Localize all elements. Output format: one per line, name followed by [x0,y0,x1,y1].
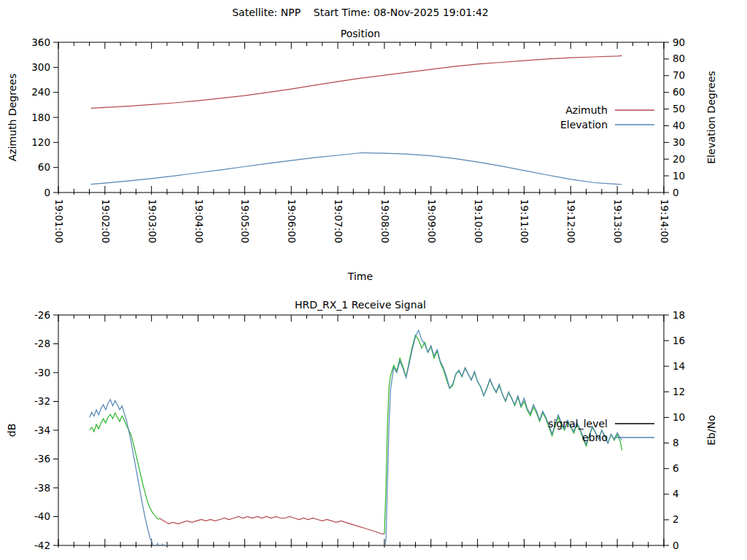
left-tick-label: 180 [31,112,50,123]
right-tick-label: 6 [673,462,679,474]
left-tick-label: 240 [31,86,50,98]
right-tick-label: 18 [673,309,685,321]
left-tick-label: 60 [38,161,50,173]
x-tick-label: 19:01:00 [53,199,65,244]
right-tick-label: 20 [673,153,685,165]
series-signal_level_pre [90,413,160,519]
left-tick-label: -32 [34,395,50,407]
right-tick-label: 2 [673,513,679,525]
right-tick-label: 90 [673,36,685,48]
series-elevation [91,153,622,185]
x-tick-label: 19:08:00 [379,199,391,244]
left-tick-label: -40 [34,510,50,522]
legend-label-Elevation: Elevation [560,119,608,131]
right-tick-label: 0 [673,187,679,198]
left-tick-label: -26 [34,309,50,321]
left-tick-label: -36 [34,453,50,464]
right-tick-label: 0 [673,540,679,551]
left-tick-label: -34 [34,424,50,436]
x-tick-label: 19:09:00 [426,199,438,244]
chart-receive_signal: -42-40-38-36-34-32-30-28-260246810121416… [34,309,685,552]
series-signal_level_unlocked [159,517,384,534]
plot-window: Satellite: NPP Start Time: 08-Nov-2025 1… [0,0,747,560]
left-tick-label: 360 [31,36,50,48]
x-tick-label: 19:10:00 [473,199,484,244]
right-tick-label: 80 [673,52,685,64]
charts-canvas: 19:01:0019:02:0019:03:0019:04:0019:05:00… [0,0,747,560]
right-tick-label: 30 [673,136,685,148]
left-tick-label: -28 [34,338,50,349]
left-tick-label: -30 [34,367,50,378]
legend-label-ebno: ebno [582,432,608,443]
left-tick-label: 300 [31,61,50,73]
chart-position: 19:01:0019:02:0019:03:0019:04:0019:05:00… [31,36,685,244]
x-tick-label: 19:12:00 [565,199,577,244]
series-azimuth [91,55,622,108]
right-tick-label: 50 [673,103,685,114]
right-tick-label: 16 [673,335,685,346]
right-tick-label: 12 [673,386,685,397]
x-tick-label: 19:06:00 [286,199,298,244]
right-tick-label: 40 [673,120,685,131]
left-tick-label: 120 [31,136,50,148]
legend-label-signal_level: signal_level [548,418,608,429]
right-tick-label: 10 [673,411,685,423]
right-tick-label: 8 [673,437,679,448]
right-tick-label: 70 [673,69,685,81]
x-tick-label: 19:03:00 [147,199,158,244]
x-tick-label: 19:04:00 [193,199,205,244]
x-tick-label: 19:11:00 [519,199,530,244]
right-tick-label: 10 [673,170,685,182]
x-tick-label: 19:05:00 [239,199,251,244]
left-tick-label: -38 [34,482,50,494]
x-tick-label: 19:02:00 [100,199,112,244]
left-tick-label: -42 [34,540,50,551]
left-tick-label: 0 [44,187,50,198]
right-tick-label: 14 [673,360,685,372]
x-tick-label: 19:07:00 [333,199,344,244]
x-tick-label: 19:14:00 [659,199,670,244]
right-tick-label: 60 [673,86,685,98]
right-tick-label: 4 [673,488,679,499]
legend-label-Azimuth: Azimuth [565,104,608,116]
plot-border [58,42,664,192]
x-tick-label: 19:13:00 [612,199,624,244]
